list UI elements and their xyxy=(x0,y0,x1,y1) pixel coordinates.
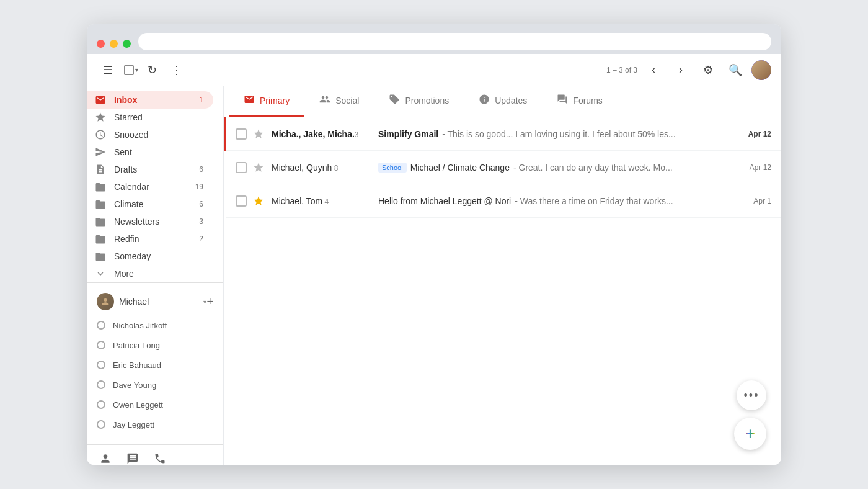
contact-name: Jay Leggett xyxy=(113,420,154,429)
address-bar[interactable] xyxy=(138,33,771,50)
contact-item[interactable]: Jay Leggett xyxy=(87,415,223,434)
avatar[interactable] xyxy=(751,60,771,80)
email-star-3[interactable] xyxy=(253,195,265,207)
three-dots-icon: ••• xyxy=(744,389,760,402)
tab-social[interactable]: Social xyxy=(304,86,374,117)
traffic-lights xyxy=(97,40,131,48)
sidebar-item-climate[interactable]: Climate 6 xyxy=(87,195,213,213)
email-subject-3: Hello from Michael Leggett @ Nori xyxy=(378,196,511,206)
more-vertical-icon: ⋮ xyxy=(171,63,182,77)
sidebar-item-inbox[interactable]: Inbox 1 xyxy=(87,91,213,109)
email-row-2[interactable]: Michael, Quynh 8 School Michael / Climat… xyxy=(226,151,781,184)
sidebar-item-someday[interactable]: Someday xyxy=(87,248,213,265)
email-content-1: Simplify Gmail - This is so good... I am… xyxy=(378,129,734,139)
sidebar-label-snoozed: Snoozed xyxy=(114,130,203,140)
email-star-1[interactable] xyxy=(253,128,265,140)
table-row[interactable]: Micha., Jake, Micha.3 Simplify Gmail - T… xyxy=(224,117,781,151)
maximize-button[interactable] xyxy=(123,40,131,48)
contact-item[interactable]: Owen Leggett xyxy=(87,395,223,415)
phone-icon[interactable] xyxy=(151,450,169,465)
tab-label-updates: Updates xyxy=(495,96,527,105)
sidebar-label-someday: Someday xyxy=(114,251,203,261)
app-body: ☰ ▾ ↻ ⋮ 1 – 3 of 3 ‹ › xyxy=(87,54,781,465)
search-button[interactable]: 🔍 xyxy=(724,59,746,81)
email-preview-2: - Great. I can do any day that week. Mo.… xyxy=(513,163,673,173)
climate-icon xyxy=(94,198,107,210)
email-checkbox-2[interactable] xyxy=(236,162,247,173)
contact-item[interactable]: Patricia Long xyxy=(87,335,223,355)
tab-label-promotions: Promotions xyxy=(405,96,449,105)
sidebar-count-drafts: 6 xyxy=(199,165,203,174)
contact-status-icon xyxy=(97,341,105,349)
email-preview-1: - This is so good... I am loving using i… xyxy=(442,129,675,139)
email-preview-3: - Was there a time on Friday that works.… xyxy=(515,196,673,206)
drafts-icon xyxy=(94,163,107,176)
compose-button[interactable]: + xyxy=(734,418,766,450)
sidebar-item-newsletters[interactable]: Newsletters 3 xyxy=(87,213,213,230)
tabs-bar: Primary Social Promotions xyxy=(224,86,781,117)
chat-icon[interactable] xyxy=(124,450,141,465)
fab-area: ••• + xyxy=(734,380,766,450)
prev-page-button[interactable]: ‹ xyxy=(642,59,665,81)
email-row-1[interactable]: Micha., Jake, Micha.3 Simplify Gmail - T… xyxy=(226,117,781,151)
sidebar-label-redfin: Redfin xyxy=(114,234,199,244)
menu-button[interactable]: ☰ xyxy=(97,59,119,81)
select-all-checkbox[interactable]: ▾ xyxy=(124,65,138,75)
email-checkbox-3[interactable] xyxy=(236,195,247,207)
account-name: Michael xyxy=(119,297,203,307)
contact-status-icon xyxy=(97,321,105,330)
sidebar-count-newsletters: 3 xyxy=(199,217,203,226)
sidebar-item-calendar[interactable]: Calendar 19 xyxy=(87,178,213,195)
settings-button[interactable]: ⚙ xyxy=(697,59,719,81)
add-account-button[interactable]: + xyxy=(206,295,213,308)
content-wrapper: Micha., Jake, Micha.3 Simplify Gmail - T… xyxy=(224,117,781,465)
people-icon[interactable] xyxy=(97,450,114,465)
more-options-button[interactable]: ⋮ xyxy=(166,59,188,81)
email-checkbox-1[interactable] xyxy=(236,128,247,140)
sidebar-count-calendar: 19 xyxy=(195,182,203,191)
toolbar-left: ☰ ▾ ↻ ⋮ xyxy=(97,59,606,81)
contact-name: Dave Young xyxy=(113,380,156,390)
sidebar-item-redfin[interactable]: Redfin 2 xyxy=(87,230,213,248)
sidebar-item-sent[interactable]: Sent xyxy=(87,143,213,161)
table-row[interactable]: Michael, Quynh 8 School Michael / Climat… xyxy=(224,151,781,184)
toolbar-right: 1 – 3 of 3 ‹ › ⚙ 🔍 xyxy=(606,59,771,81)
sidebar-item-drafts[interactable]: Drafts 6 xyxy=(87,161,213,178)
tab-label-primary: Primary xyxy=(260,96,290,105)
next-page-button[interactable]: › xyxy=(670,59,692,81)
sidebar-label-newsletters: Newsletters xyxy=(114,217,199,227)
contact-item[interactable]: Nicholas Jitkoff xyxy=(87,315,223,335)
email-row-3[interactable]: Michael, Tom 4 Hello from Michael Legget… xyxy=(226,184,781,218)
email-subject-2: Michael / Climate Change xyxy=(410,163,510,173)
sidebar-item-snoozed[interactable]: Snoozed xyxy=(87,126,213,143)
close-button[interactable] xyxy=(97,40,105,48)
minimize-button[interactable] xyxy=(110,40,118,48)
tab-primary[interactable]: Primary xyxy=(229,86,304,117)
more-fab-button[interactable]: ••• xyxy=(737,380,766,410)
sidebar-item-starred[interactable]: Starred xyxy=(87,109,213,126)
refresh-icon: ↻ xyxy=(148,63,157,77)
checkbox-icon xyxy=(124,65,134,75)
snoozed-icon xyxy=(94,128,107,141)
tab-promotions[interactable]: Promotions xyxy=(374,86,464,117)
page-count: 1 – 3 of 3 xyxy=(606,66,637,74)
sidebar-item-more[interactable]: More xyxy=(87,265,213,282)
contact-name: Nicholas Jitkoff xyxy=(113,321,167,330)
account-header[interactable]: Michael ▾ + xyxy=(87,290,223,313)
refresh-button[interactable]: ↻ xyxy=(141,59,163,81)
newsletters-icon xyxy=(94,215,107,228)
email-date-1: Apr 12 xyxy=(742,130,771,138)
tab-updates[interactable]: Updates xyxy=(464,86,542,117)
promotions-tab-icon xyxy=(389,94,400,107)
contact-status-icon xyxy=(97,420,105,429)
tab-forums[interactable]: Forums xyxy=(542,86,617,117)
email-star-2[interactable] xyxy=(253,161,265,174)
sidebar-bottom xyxy=(87,444,223,465)
sidebar-label-climate: Climate xyxy=(114,199,199,209)
menu-icon: ☰ xyxy=(103,63,113,77)
account-avatar xyxy=(97,293,114,310)
contact-item[interactable]: Dave Young xyxy=(87,375,223,395)
table-row[interactable]: Michael, Tom 4 Hello from Michael Legget… xyxy=(224,184,781,218)
sidebar-label-starred: Starred xyxy=(114,112,203,122)
contact-item[interactable]: Eric Bahuaud xyxy=(87,355,223,375)
